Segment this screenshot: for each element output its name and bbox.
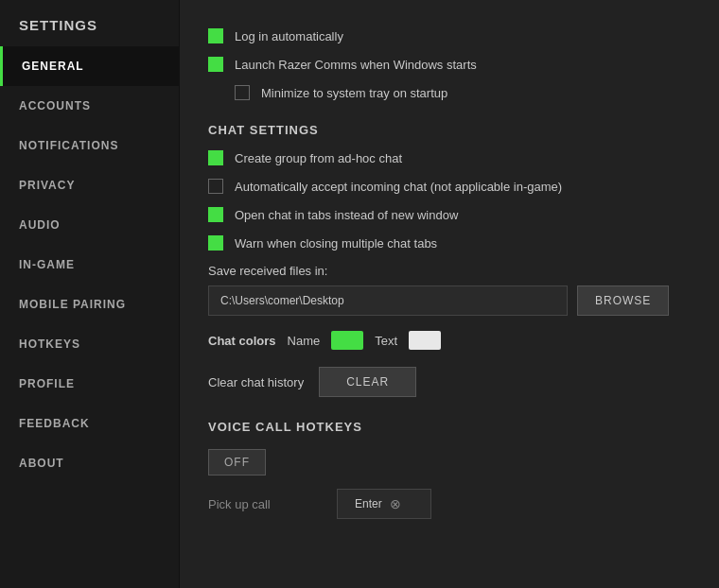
create-group-checkbox[interactable]: [208, 150, 223, 165]
voice-hotkeys-header: VOICE CALL HOTKEYS: [208, 420, 691, 434]
chat-settings-header: CHAT SETTINGS: [208, 123, 691, 137]
sidebar-item-mobile-pairing[interactable]: MOBILE PAIRING: [0, 285, 179, 324]
clear-history-label: Clear chat history: [208, 375, 304, 389]
chat-colors-label: Chat colors: [208, 334, 276, 348]
warn-closing-checkbox[interactable]: [208, 235, 223, 251]
clear-button[interactable]: CLEAR: [319, 367, 416, 397]
sidebar-item-audio[interactable]: AUDIO: [0, 205, 179, 245]
minimize-tray-row: Minimize to system tray on startup: [235, 85, 691, 100]
settings-title: SETTINGS: [0, 0, 179, 46]
login-auto-checkbox[interactable]: [208, 28, 223, 43]
pick-up-row: Pick up call Enter ⊗: [208, 489, 691, 519]
close-icon[interactable]: ⊗: [390, 496, 401, 511]
login-auto-row: Log in automatically: [208, 28, 691, 43]
minimize-tray-checkbox[interactable]: [235, 85, 250, 100]
auto-accept-row: Automatically accept incoming chat (not …: [208, 179, 691, 194]
name-color-swatch[interactable]: [331, 331, 363, 350]
voice-toggle-button[interactable]: OFF: [208, 449, 266, 476]
text-color-swatch[interactable]: [409, 331, 441, 350]
hotkey-value: Enter: [355, 497, 382, 510]
sidebar: SETTINGS GENERAL ACCOUNTS NOTIFICATIONS …: [0, 0, 180, 588]
sidebar-item-feedback[interactable]: FEEDBACK: [0, 404, 179, 443]
launch-razer-label: Launch Razer Comms when Windows starts: [235, 58, 477, 72]
name-label: Name: [288, 334, 321, 348]
sidebar-item-general[interactable]: GENERAL: [0, 46, 179, 86]
pick-up-hotkey[interactable]: Enter ⊗: [337, 489, 431, 519]
minimize-tray-label: Minimize to system tray on startup: [261, 86, 447, 100]
save-files-row: BROWSE: [208, 285, 691, 316]
chat-colors-row: Chat colors Name Text: [208, 331, 691, 350]
auto-accept-label: Automatically accept incoming chat (not …: [235, 180, 562, 194]
browse-button[interactable]: BROWSE: [577, 285, 669, 316]
save-path-input[interactable]: [208, 285, 568, 316]
open-tabs-row: Open chat in tabs instead of new window: [208, 207, 691, 222]
open-tabs-label: Open chat in tabs instead of new window: [235, 208, 458, 222]
open-tabs-checkbox[interactable]: [208, 207, 223, 222]
text-label: Text: [375, 334, 397, 348]
launch-razer-row: Launch Razer Comms when Windows starts: [208, 57, 691, 72]
main-content: Log in automatically Launch Razer Comms …: [180, 0, 719, 588]
clear-row: Clear chat history CLEAR: [208, 367, 691, 397]
create-group-row: Create group from ad-hoc chat: [208, 150, 691, 165]
sidebar-item-in-game[interactable]: IN-GAME: [0, 245, 179, 285]
sidebar-item-about[interactable]: ABOUT: [0, 443, 179, 483]
sidebar-item-accounts[interactable]: ACCOUNTS: [0, 86, 179, 126]
login-auto-label: Log in automatically: [235, 29, 343, 43]
sidebar-item-hotkeys[interactable]: HOTKEYS: [0, 324, 179, 364]
sidebar-item-notifications[interactable]: NOTIFICATIONS: [0, 126, 179, 165]
pick-up-label: Pick up call: [208, 497, 322, 511]
launch-razer-checkbox[interactable]: [208, 57, 223, 72]
save-files-label: Save received files in:: [208, 264, 691, 278]
sidebar-item-profile[interactable]: PROFILE: [0, 364, 179, 404]
auto-accept-checkbox[interactable]: [208, 179, 223, 194]
warn-closing-label: Warn when closing multiple chat tabs: [235, 236, 437, 251]
create-group-label: Create group from ad-hoc chat: [235, 151, 402, 165]
sidebar-item-privacy[interactable]: PRIVACY: [0, 165, 179, 205]
warn-closing-row: Warn when closing multiple chat tabs: [208, 235, 691, 251]
